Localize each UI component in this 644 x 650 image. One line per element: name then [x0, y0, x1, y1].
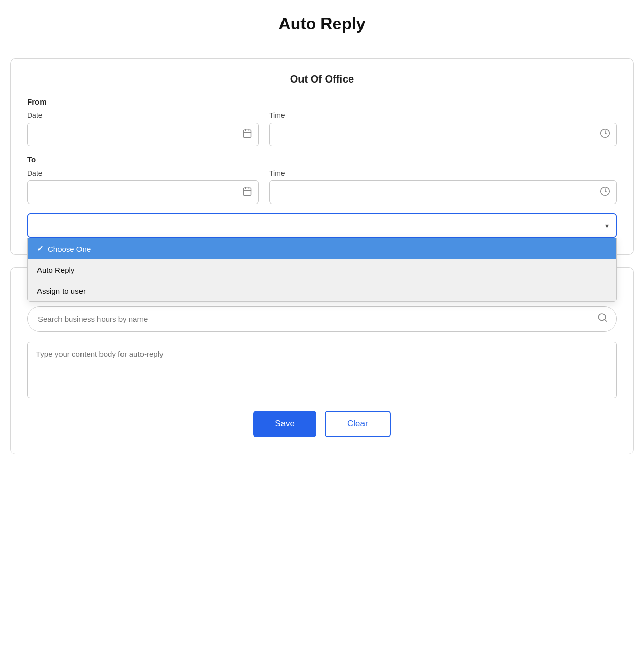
dropdown-option-label: Choose One [48, 245, 91, 253]
from-time-input-wrapper [269, 123, 617, 146]
search-wrapper [27, 306, 617, 332]
svg-line-11 [605, 319, 607, 321]
dropdown-option-label: Auto Reply [37, 266, 74, 274]
dropdown-option-label: Assign to user [37, 287, 86, 295]
save-button[interactable]: Save [253, 411, 316, 437]
dropdown-option-choose-one[interactable]: ✓ Choose One [28, 238, 616, 259]
to-time-group: Time [269, 169, 617, 204]
search-icon [597, 313, 608, 326]
action-dropdown-menu: ✓ Choose One Auto Reply Assign to user [27, 238, 617, 302]
business-hours-search-input[interactable] [27, 306, 617, 332]
to-time-clock-icon [600, 186, 610, 199]
action-dropdown-trigger[interactable]: ▾ [27, 213, 617, 238]
from-label: From [27, 97, 617, 106]
page-header: Auto Reply [0, 0, 644, 44]
from-time-input[interactable] [276, 130, 600, 139]
svg-rect-5 [244, 188, 251, 195]
to-date-time-row: Date Time [27, 169, 617, 204]
to-section: To Date Time [27, 155, 617, 204]
from-time-group: Time [269, 111, 617, 146]
to-date-input-wrapper [27, 180, 259, 204]
dropdown-chevron-icon: ▾ [605, 221, 609, 230]
to-date-group: Date [27, 169, 259, 204]
to-label: To [27, 155, 617, 164]
svg-rect-0 [244, 130, 251, 137]
action-buttons-row: Save Clear [27, 411, 617, 437]
dropdown-option-auto-reply[interactable]: Auto Reply [28, 259, 616, 280]
clear-button[interactable]: Clear [325, 411, 391, 437]
out-of-office-card: Out Of Office From Date Time [10, 58, 634, 255]
from-date-time-row: Date Time [27, 111, 617, 146]
from-date-label: Date [27, 111, 259, 119]
action-dropdown-wrapper: ▾ ✓ Choose One Auto Reply Assign to user [27, 213, 617, 238]
from-date-group: Date [27, 111, 259, 146]
auto-reply-content-textarea[interactable] [27, 342, 617, 398]
to-date-input[interactable] [34, 188, 242, 197]
to-time-input[interactable] [276, 188, 600, 197]
out-of-office-title: Out Of Office [27, 73, 617, 85]
page-title: Auto Reply [0, 14, 644, 33]
checkmark-icon: ✓ [37, 244, 44, 253]
to-time-input-wrapper [269, 180, 617, 204]
main-content: Out Of Office From Date Time [0, 44, 644, 469]
from-date-calendar-icon [242, 128, 252, 141]
to-time-label: Time [269, 169, 617, 177]
to-date-label: Date [27, 169, 259, 177]
to-date-calendar-icon [242, 186, 252, 199]
from-time-label: Time [269, 111, 617, 119]
dropdown-option-assign-to-user[interactable]: Assign to user [28, 280, 616, 301]
from-date-input[interactable] [34, 130, 242, 139]
from-date-input-wrapper [27, 123, 259, 146]
from-time-clock-icon [600, 128, 610, 141]
